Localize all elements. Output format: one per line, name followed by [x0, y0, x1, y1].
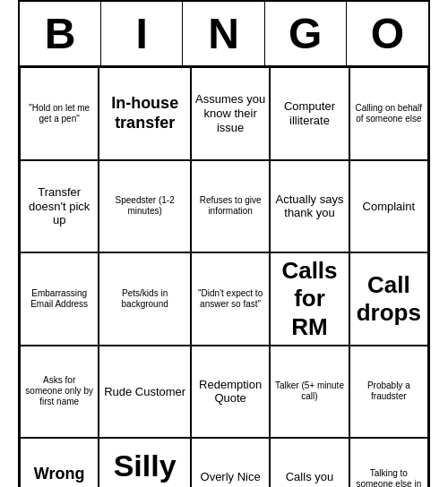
bingo-cell-6[interactable]: Speedster (1-2 minutes): [99, 160, 191, 253]
bingo-card: B I N G O "Hold on let me get a pen"In-h…: [18, 0, 430, 487]
bingo-grid: "Hold on let me get a pen"In-house trans…: [20, 67, 428, 487]
bingo-cell-17[interactable]: Redemption Quote: [191, 346, 270, 439]
bingo-cell-11[interactable]: Pets/kids in background: [99, 252, 191, 346]
letter-n: N: [183, 2, 264, 65]
letter-b: B: [20, 2, 101, 65]
bingo-cell-9[interactable]: Complaint: [349, 160, 428, 253]
bingo-cell-21[interactable]: Silly Name: [99, 438, 191, 487]
bingo-cell-3[interactable]: Computer illiterate: [270, 67, 349, 160]
bingo-cell-14[interactable]: Call drops: [349, 252, 428, 346]
letter-i: I: [101, 2, 183, 65]
bingo-cell-19[interactable]: Probably a fraudster: [349, 346, 428, 439]
bingo-cell-16[interactable]: Rude Customer: [99, 346, 191, 439]
bingo-cell-4[interactable]: Calling on behalf of someone else: [349, 67, 428, 160]
bingo-cell-0[interactable]: "Hold on let me get a pen": [20, 67, 99, 160]
bingo-cell-5[interactable]: Transfer doesn't pick up: [20, 160, 99, 253]
bingo-cell-23[interactable]: Calls you wrong name: [270, 438, 349, 487]
bingo-cell-20[interactable]: Wrong number: [20, 438, 99, 487]
bingo-cell-10[interactable]: Embarrassing Email Address: [20, 252, 99, 346]
bingo-cell-8[interactable]: Actually says thank you: [270, 160, 349, 253]
bingo-cell-12[interactable]: "Didn't expect to answer so fast": [191, 252, 270, 346]
bingo-cell-13[interactable]: Calls for RM: [270, 252, 349, 346]
bingo-cell-7[interactable]: Refuses to give information: [191, 160, 270, 253]
bingo-cell-1[interactable]: In-house transfer: [99, 67, 191, 160]
bingo-cell-22[interactable]: Overly Nice Customer: [191, 438, 270, 487]
bingo-cell-18[interactable]: Talker (5+ minute call): [270, 346, 349, 439]
bingo-header: B I N G O: [20, 2, 428, 67]
bingo-cell-24[interactable]: Talking to someone else in the backgroun…: [349, 438, 428, 487]
bingo-cell-15[interactable]: Asks for someone only by first name: [20, 346, 99, 439]
letter-o: O: [347, 2, 428, 65]
letter-g: G: [265, 2, 347, 65]
bingo-cell-2[interactable]: Assumes you know their issue: [191, 67, 270, 160]
